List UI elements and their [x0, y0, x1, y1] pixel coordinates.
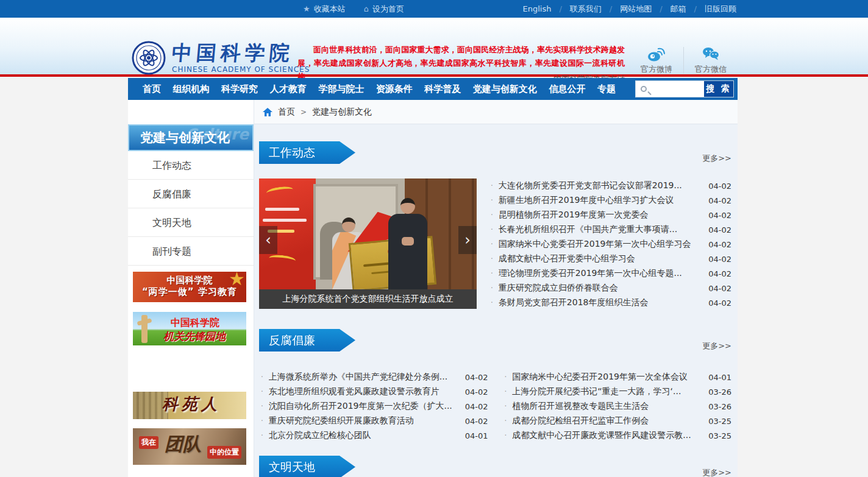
banner-part2: 团队: [165, 432, 201, 457]
sidebar-item-work-news[interactable]: 工作动态: [128, 151, 254, 180]
banner-part3: 中的位置: [207, 446, 241, 459]
sidebar-item-civilization[interactable]: 文明天地: [128, 208, 254, 237]
news-link[interactable]: 重庆研究院纪委组织开展廉政教育活动: [269, 415, 414, 426]
banner-line2: 机关先锋园地: [163, 330, 226, 344]
main-nav-bar: 首页 组织机构 科学研究 人才教育 学部与院士 资源条件 科学普及 党建与创新文…: [128, 78, 738, 100]
breadcrumb: 首页 > 党建与创新文化: [254, 100, 738, 124]
search-button[interactable]: 搜 索: [704, 81, 733, 97]
nav-item-home[interactable]: 首页: [143, 83, 161, 95]
news-row: ·重庆研究院成立归侨侨眷联合会04-02: [489, 281, 731, 295]
anticorruption-more-link[interactable]: 更多>>: [702, 341, 731, 352]
set-home-link[interactable]: ⌂设为首页: [364, 4, 404, 15]
sidebar-item-anticorruption[interactable]: 反腐倡廉: [128, 180, 254, 208]
news-link[interactable]: 昆明植物所召开2019年度第一次党委会: [499, 210, 649, 221]
mail-link[interactable]: 邮箱: [671, 4, 686, 15]
photo-text-line: [265, 208, 299, 211]
bullet-icon: ·: [261, 417, 263, 425]
breadcrumb-separator: >: [301, 108, 307, 116]
bullet-icon: ·: [261, 402, 263, 411]
cas-emblem-icon: [132, 41, 166, 75]
news-date: 04-02: [702, 299, 731, 308]
site-name: 中国科学院: [171, 43, 311, 63]
news-link[interactable]: 沈阳自动化所召开2019年度第一次纪委（扩大...: [269, 401, 452, 412]
sidebar-item-supplement[interactable]: 副刊专题: [128, 237, 254, 266]
news-date: 04-02: [702, 269, 731, 278]
section-header-civilization: 文明天地 更多>>: [259, 455, 731, 477]
breadcrumb-current: 党建与创新文化: [312, 107, 372, 118]
weibo-link[interactable]: 官方微博: [630, 46, 683, 75]
news-link[interactable]: 成都文献中心召开廉政党课暨作风建设警示教...: [512, 430, 691, 441]
separator: /: [559, 4, 561, 13]
news-link[interactable]: 东北地理所组织观看党风廉政建设警示教育片: [269, 386, 439, 397]
news-date: 03-25: [702, 417, 731, 426]
wechat-link[interactable]: 官方微信: [684, 46, 738, 75]
carousel-prev-button[interactable]: ‹: [259, 226, 277, 254]
banner-keyuanren[interactable]: 科苑人: [133, 392, 246, 419]
anticorruption-left-list: ·上海微系统所举办《中国共产党纪律处分条例...04-02 ·东北地理所组织观看…: [259, 370, 488, 443]
news-link[interactable]: 植物所召开巡视整改专题民主生活会: [512, 401, 649, 412]
anticorruption-title: 反腐倡廉: [259, 329, 355, 352]
anticorruption-body: ·上海微系统所举办《中国共产党纪律处分条例...04-02 ·东北地理所组织观看…: [259, 370, 731, 443]
news-link[interactable]: 理论物理所党委召开2019年第一次中心组专题...: [499, 268, 682, 279]
news-date: 04-01: [702, 373, 731, 382]
top-utility-bar: ★收藏本站 ⌂设为首页 English / 联系我们 / 网站地图 / 邮箱 /…: [0, 0, 868, 18]
breadcrumb-home[interactable]: 首页: [278, 107, 295, 118]
nav-item-research[interactable]: 科学研究: [221, 83, 258, 95]
news-row: ·国家纳米中心党委召开2019年第一次中心组学习会04-02: [489, 237, 731, 252]
news-row: ·东北地理所组织观看党风廉政建设警示教育片04-02: [259, 384, 488, 399]
news-link[interactable]: 成都文献中心召开党委中心组学习会: [499, 253, 635, 264]
news-link[interactable]: 长春光机所组织召开《中国共产党重大事项请...: [499, 224, 677, 235]
news-row: ·条财局党支部召开2018年度组织生活会04-02: [489, 295, 731, 310]
page: ★收藏本站 ⌂设为首页 English / 联系我们 / 网站地图 / 邮箱 /…: [0, 0, 868, 477]
banner-team-position[interactable]: 我在 团队 中的位置: [133, 428, 246, 465]
news-link[interactable]: 上海微系统所举办《中国共产党纪律处分条例...: [269, 372, 447, 383]
banner-part1: 我在: [139, 436, 158, 449]
sitemap-link[interactable]: 网站地图: [620, 4, 652, 15]
separator: /: [610, 4, 612, 13]
news-row: ·成都文献中心召开党委中心组学习会04-02: [489, 252, 731, 266]
civilization-more-link[interactable]: 更多>>: [702, 467, 731, 477]
social-links: 官方微博 官方微信: [630, 46, 738, 75]
carousel-next-button[interactable]: ›: [458, 226, 477, 254]
bullet-icon: ·: [491, 269, 493, 278]
nav-item-party-building[interactable]: 党建与创新文化: [473, 83, 537, 95]
site-logo[interactable]: 中国科学院 CHINESE ACADEMY OF SCIENCES: [132, 41, 310, 75]
nav-item-science-popularization[interactable]: 科学普及: [424, 83, 461, 95]
english-link[interactable]: English: [522, 4, 551, 13]
nav-item-organization[interactable]: 组织机构: [173, 83, 210, 95]
home-icon: ⌂: [364, 4, 369, 13]
old-version-link[interactable]: 旧版回顾: [705, 4, 736, 15]
nav-item-academicians[interactable]: 学部与院士: [318, 83, 364, 95]
nav-item-topics[interactable]: 专题: [597, 83, 616, 95]
news-link[interactable]: 条财局党支部召开2018年度组织生活会: [499, 297, 649, 308]
sidebar-banners: ★ 中国科学院 “两学一做” 学习教育 中国科学院 机关先锋园地 科苑人 我在 …: [128, 266, 254, 465]
news-link[interactable]: 北京分院成立纪检核心团队: [269, 430, 371, 441]
brand-text: 中国科学院 CHINESE ACADEMY OF SCIENCES: [172, 43, 310, 74]
photo-decoration: [268, 254, 296, 266]
carousel-photo[interactable]: ‹ ›: [259, 178, 477, 289]
nav-item-resources[interactable]: 资源条件: [376, 83, 413, 95]
news-link[interactable]: 国家纳米中心纪委召开2019年第一次全体会议: [512, 372, 688, 383]
news-link[interactable]: 新疆生地所召开2019年度中心组学习扩大会议: [499, 195, 674, 206]
news-link[interactable]: 上海分院开展纪委书记“重走一大路，学习‘...: [512, 386, 681, 397]
photo-person-head: [400, 198, 415, 214]
work-news-more-link[interactable]: 更多>>: [702, 153, 731, 164]
news-date: 04-02: [702, 225, 731, 235]
news-link[interactable]: 重庆研究院成立归侨侨眷联合会: [499, 283, 618, 294]
news-link[interactable]: 成都分院纪检组召开纪监审工作例会: [512, 415, 649, 426]
news-date: 04-02: [459, 387, 488, 397]
news-row: ·国家纳米中心纪委召开2019年第一次全体会议04-01: [503, 370, 732, 384]
contact-link[interactable]: 联系我们: [570, 4, 602, 15]
bullet-icon: ·: [491, 284, 493, 292]
nav-item-information[interactable]: 信息公开: [549, 83, 585, 95]
banner-liangxueyizuo[interactable]: ★ 中国科学院 “两学一做” 学习教育: [133, 272, 246, 302]
news-date: 03-25: [702, 431, 731, 440]
sidebar-title-banner[interactable]: Culture 党建与创新文化: [128, 124, 254, 151]
carousel-caption[interactable]: 上海分院系统首个党支部组织生活开放点成立: [259, 289, 477, 309]
news-link[interactable]: 大连化物所党委召开党支部书记会议部署2019...: [499, 180, 682, 191]
favorite-link[interactable]: ★收藏本站: [303, 4, 346, 15]
news-link[interactable]: 国家纳米中心党委召开2019年第一次中心组学习会: [499, 239, 691, 250]
nav-item-education[interactable]: 人才教育: [270, 83, 307, 95]
bullet-icon: ·: [491, 240, 493, 249]
banner-jiguan-xianfeng[interactable]: 中国科学院 机关先锋园地: [133, 312, 246, 345]
